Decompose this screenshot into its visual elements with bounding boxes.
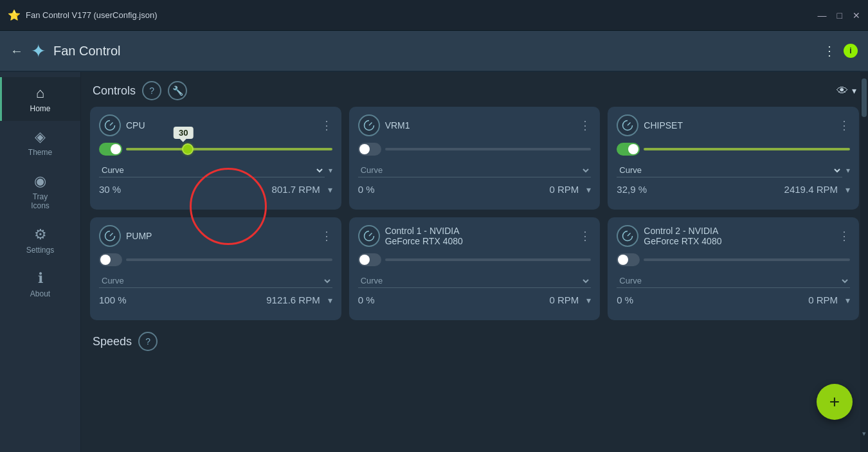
main-layout: ⌂ Home ◈ Theme ◉ TrayIcons ⚙ Settings ℹ … xyxy=(0,72,868,452)
slider-cpu[interactable]: 30 xyxy=(126,141,332,157)
card-percent-chipset: 32,9 % xyxy=(617,184,647,195)
toggle-knob-control2 xyxy=(618,255,628,265)
maximize-button[interactable]: □ xyxy=(837,10,842,21)
toggle-knob-pump xyxy=(100,255,111,265)
sidebar-item-settings[interactable]: ⚙ Settings xyxy=(0,219,80,262)
expand-icon-chipset[interactable]: ▾ xyxy=(845,185,850,195)
curve-chevron-cpu[interactable]: ▾ xyxy=(329,166,332,175)
expand-icon-control1[interactable]: ▾ xyxy=(586,295,591,305)
control-card-cpu: CPU ⋮ 30 xyxy=(90,107,341,210)
slider-row-chipset xyxy=(617,141,850,157)
curve-select-vrm1[interactable]: Curve xyxy=(358,163,592,177)
slider-track-control2 xyxy=(644,258,850,261)
eye-button[interactable]: 👁 xyxy=(836,84,848,98)
slider-pump[interactable] xyxy=(126,252,332,267)
card-title-pump: PUMP xyxy=(126,231,316,241)
card-title-vrm1: VRM1 xyxy=(385,120,575,131)
sidebar-item-theme[interactable]: ◈ Theme xyxy=(0,121,80,165)
toggle-vrm1[interactable] xyxy=(358,143,381,156)
scroll-down-arrow[interactable]: ▾ xyxy=(860,429,868,438)
card-menu-control2[interactable]: ⋮ xyxy=(838,229,850,243)
curve-row-pump: Curve xyxy=(99,274,332,288)
sidebar-item-about[interactable]: ℹ About xyxy=(0,262,80,306)
sidebar-item-home[interactable]: ⌂ Home xyxy=(0,77,80,121)
header-menu-button[interactable]: ⋮ xyxy=(823,43,836,59)
speeds-title: Speeds xyxy=(93,335,132,348)
slider-track-cpu xyxy=(126,148,332,150)
toggle-control2[interactable] xyxy=(617,253,640,266)
theme-icon: ◈ xyxy=(35,129,46,145)
minimize-button[interactable]: — xyxy=(818,10,827,21)
card-header-control1: Control 1 - NVIDIAGeForce RTX 4080 ⋮ xyxy=(358,225,592,247)
toggle-knob-vrm1 xyxy=(359,144,370,154)
slider-chipset[interactable] xyxy=(644,141,850,157)
control-card-control2-nvidia: Control 2 - NVIDIAGeForce RTX 4080 ⋮ Cur… xyxy=(608,217,859,320)
curve-select-chipset[interactable]: Curve xyxy=(617,163,842,177)
curve-row-vrm1: Curve xyxy=(358,163,592,177)
sidebar-label-home: Home xyxy=(30,104,50,113)
card-menu-cpu[interactable]: ⋮ xyxy=(321,118,332,132)
curve-select-pump[interactable]: Curve xyxy=(99,274,332,288)
gauge-icon-chipset xyxy=(617,114,638,136)
card-percent-control2: 0 % xyxy=(617,294,647,305)
info-badge[interactable]: i xyxy=(844,44,858,58)
controls-help-button[interactable]: ? xyxy=(142,81,161,100)
curve-select-control1[interactable]: Curve xyxy=(358,274,592,288)
slider-control2[interactable] xyxy=(644,252,850,267)
toggle-pump[interactable] xyxy=(99,253,122,266)
chevron-down-icon[interactable]: ▾ xyxy=(852,86,856,96)
card-footer-control1: 0 % 0 RPM ▾ xyxy=(358,294,592,305)
card-header-vrm1: VRM1 ⋮ xyxy=(358,114,592,136)
expand-icon-cpu[interactable]: ▾ xyxy=(328,185,332,195)
slider-row-cpu: 30 xyxy=(99,141,332,157)
card-percent-control1: 0 % xyxy=(358,294,389,305)
expand-icon-pump[interactable]: ▾ xyxy=(328,295,332,305)
app-title: Fan Control xyxy=(53,44,815,59)
expand-icon-vrm1[interactable]: ▾ xyxy=(586,185,591,195)
gauge-icon-pump xyxy=(99,225,121,247)
curve-select-cpu[interactable]: Curve xyxy=(99,163,325,177)
toggle-chipset[interactable] xyxy=(617,143,640,156)
slider-track-vrm1 xyxy=(385,148,592,150)
slider-track-control1 xyxy=(385,258,592,261)
slider-track-chipset xyxy=(644,148,850,150)
card-menu-vrm1[interactable]: ⋮ xyxy=(579,118,591,132)
slider-control1[interactable] xyxy=(385,252,592,267)
curve-chevron-chipset[interactable]: ▾ xyxy=(846,166,850,175)
sidebar-label-about: About xyxy=(30,289,50,298)
card-menu-control1[interactable]: ⋮ xyxy=(579,229,591,243)
scrollbar-thumb[interactable] xyxy=(862,78,867,117)
expand-icon-control2[interactable]: ▾ xyxy=(845,295,850,305)
card-footer-vrm1: 0 % 0 RPM ▾ xyxy=(358,184,592,195)
controls-wrench-button[interactable]: 🔧 xyxy=(168,81,187,100)
card-menu-pump[interactable]: ⋮ xyxy=(321,229,332,243)
card-header-control2: Control 2 - NVIDIAGeForce RTX 4080 ⋮ xyxy=(617,225,850,247)
close-button[interactable]: ✕ xyxy=(853,10,860,21)
speeds-header: Speeds ? xyxy=(81,327,868,356)
card-footer-cpu: 30 % 801.7 RPM ▾ xyxy=(99,184,332,195)
titlebar: ⭐ Fan Control V177 (userConfig.json) — □… xyxy=(0,0,868,31)
help-icon: ? xyxy=(149,86,154,96)
back-button[interactable]: ← xyxy=(10,44,23,59)
add-control-button[interactable]: + xyxy=(817,384,853,420)
toggle-control1[interactable] xyxy=(358,253,381,266)
slider-row-vrm1 xyxy=(358,141,592,157)
card-menu-chipset[interactable]: ⋮ xyxy=(838,118,850,132)
app-icon: ⭐ xyxy=(8,9,21,21)
curve-select-control2[interactable]: Curve xyxy=(617,274,850,288)
wrench-icon: 🔧 xyxy=(172,86,183,96)
card-rpm-control1: 0 RPM xyxy=(394,294,582,305)
fan-icon: ✦ xyxy=(31,41,46,62)
controls-header: Controls ? 🔧 👁 ▾ xyxy=(81,72,868,107)
sidebar-item-tray-icons[interactable]: ◉ TrayIcons xyxy=(0,165,80,219)
sidebar-label-tray-icons: TrayIcons xyxy=(31,192,50,211)
card-rpm-chipset: 2419.4 RPM xyxy=(653,184,840,195)
slider-vrm1[interactable] xyxy=(385,141,592,157)
card-rpm-cpu: 801.7 RPM xyxy=(135,184,323,195)
toggle-cpu[interactable] xyxy=(99,143,122,156)
card-header-pump: PUMP ⋮ xyxy=(99,225,332,247)
slider-thumb-cpu[interactable]: 30 xyxy=(182,143,194,155)
card-rpm-control2: 0 RPM xyxy=(653,294,840,305)
scrollbar[interactable]: ▾ xyxy=(860,72,868,452)
speeds-help-button[interactable]: ? xyxy=(138,332,158,351)
